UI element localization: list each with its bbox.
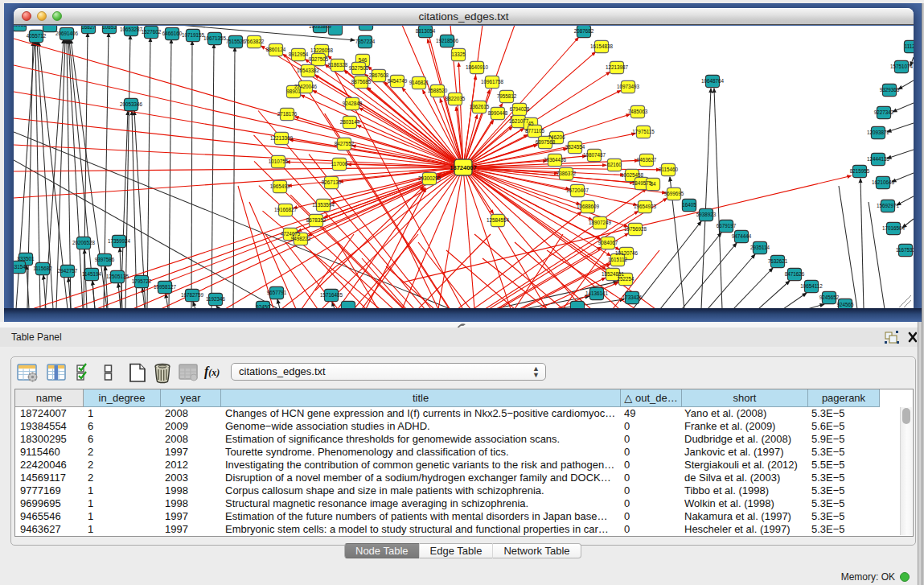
svg-text:7357224: 7357224 bbox=[355, 39, 376, 44]
svg-text:2867608: 2867608 bbox=[369, 72, 389, 78]
svg-text:1849575: 1849575 bbox=[632, 180, 652, 186]
svg-text:2942757: 2942757 bbox=[58, 268, 78, 274]
svg-text:924565: 924565 bbox=[836, 302, 854, 307]
svg-text:12505135: 12505135 bbox=[106, 274, 129, 279]
svg-text:8678352: 8678352 bbox=[306, 217, 326, 223]
svg-text:33154: 33154 bbox=[14, 264, 26, 270]
svg-text:29300295: 29300295 bbox=[418, 175, 441, 181]
svg-text:1965493: 1965493 bbox=[270, 183, 290, 189]
svg-text:12213369: 12213369 bbox=[270, 135, 294, 141]
svg-text:20206528: 20206528 bbox=[72, 240, 96, 245]
svg-text:10719155: 10719155 bbox=[182, 32, 205, 38]
svg-text:12213987: 12213987 bbox=[606, 64, 629, 70]
svg-text:10958127: 10958127 bbox=[154, 284, 177, 290]
svg-text:9084067: 9084067 bbox=[598, 240, 618, 245]
svg-text:13325: 13325 bbox=[451, 51, 466, 57]
svg-text:8912954: 8912954 bbox=[289, 51, 309, 57]
svg-text:12444135: 12444135 bbox=[867, 156, 890, 162]
svg-text:1588520: 1588520 bbox=[428, 88, 448, 93]
svg-text:1010755: 1010755 bbox=[269, 159, 289, 164]
svg-text:6679197: 6679197 bbox=[717, 223, 737, 229]
svg-text:8215955: 8215955 bbox=[850, 168, 870, 174]
svg-text:7955812: 7955812 bbox=[497, 93, 517, 99]
svg-text:9245652: 9245652 bbox=[819, 295, 840, 300]
svg-text:8813054: 8813054 bbox=[416, 28, 436, 34]
svg-text:19756928: 19756928 bbox=[624, 226, 647, 232]
svg-text:9115460: 9115460 bbox=[659, 167, 679, 172]
svg-text:15720407: 15720407 bbox=[566, 187, 589, 193]
svg-text:833501: 833501 bbox=[17, 256, 35, 262]
svg-text:15692971: 15692971 bbox=[877, 203, 900, 208]
svg-text:10973493: 10973493 bbox=[617, 84, 640, 89]
svg-text:20691406: 20691406 bbox=[55, 31, 79, 36]
svg-text:8471626: 8471626 bbox=[785, 271, 805, 277]
svg-text:1795722: 1795722 bbox=[132, 278, 152, 284]
svg-text:8267130: 8267130 bbox=[322, 179, 342, 185]
svg-text:10961758: 10961758 bbox=[481, 79, 504, 84]
svg-text:8771105: 8771105 bbox=[525, 128, 545, 134]
svg-text:10543382: 10543382 bbox=[297, 68, 320, 73]
svg-text:10671355: 10671355 bbox=[203, 35, 227, 41]
svg-text:6794028: 6794028 bbox=[510, 106, 530, 112]
svg-text:62160: 62160 bbox=[607, 162, 622, 167]
svg-text:19654923: 19654923 bbox=[634, 204, 657, 209]
svg-text:84: 84 bbox=[650, 181, 656, 187]
svg-text:20055: 20055 bbox=[14, 26, 27, 27]
svg-text:11120: 11120 bbox=[905, 43, 914, 49]
svg-text:9227342: 9227342 bbox=[874, 109, 894, 115]
svg-text:1115682: 1115682 bbox=[33, 266, 52, 271]
svg-text:17359924: 17359924 bbox=[108, 238, 131, 244]
svg-text:1615112: 1615112 bbox=[608, 257, 628, 262]
svg-text:8186328: 8186328 bbox=[328, 62, 348, 68]
svg-text:9397586: 9397586 bbox=[95, 257, 115, 262]
svg-text:10853: 10853 bbox=[102, 26, 117, 30]
svg-text:1167533: 1167533 bbox=[896, 247, 914, 253]
svg-text:20053346: 20053346 bbox=[120, 101, 143, 107]
svg-text:8427552: 8427552 bbox=[335, 141, 355, 146]
svg-text:9146821: 9146821 bbox=[409, 80, 429, 85]
svg-text:2803144: 2803144 bbox=[340, 119, 360, 125]
svg-text:14136141: 14136141 bbox=[585, 290, 609, 296]
svg-text:98901: 98901 bbox=[286, 89, 301, 94]
svg-text:13226058: 13226058 bbox=[310, 47, 334, 53]
svg-text:16782759: 16782759 bbox=[181, 292, 204, 298]
svg-text:7663822: 7663822 bbox=[244, 39, 265, 44]
svg-text:9699695: 9699695 bbox=[664, 191, 684, 196]
svg-text:5938923: 5938923 bbox=[696, 212, 717, 217]
svg-text:12093872: 12093872 bbox=[867, 130, 890, 135]
svg-text:1145194: 1145194 bbox=[82, 271, 102, 277]
svg-text:2718176: 2718176 bbox=[277, 111, 298, 117]
svg-text:45: 45 bbox=[528, 121, 534, 126]
svg-text:8860124: 8860124 bbox=[266, 47, 286, 52]
svg-text:9242848: 9242848 bbox=[343, 101, 363, 106]
svg-text:9474444: 9474444 bbox=[732, 233, 752, 239]
svg-text:10648764: 10648764 bbox=[701, 78, 725, 84]
svg-text:1733426: 1733426 bbox=[622, 295, 643, 300]
svg-text:10688609: 10688609 bbox=[577, 204, 600, 209]
svg-text:9498222: 9498222 bbox=[291, 236, 311, 241]
svg-text:1527602: 1527602 bbox=[142, 29, 162, 35]
svg-text:6897568: 6897568 bbox=[536, 139, 556, 145]
svg-text:15716485: 15716485 bbox=[320, 292, 343, 298]
svg-text:10807487: 10807487 bbox=[583, 152, 606, 158]
svg-text:8454749: 8454749 bbox=[388, 78, 408, 84]
svg-text:7632621: 7632621 bbox=[768, 258, 788, 264]
svg-text:18640910: 18640910 bbox=[466, 64, 489, 70]
svg-text:9657791: 9657791 bbox=[267, 290, 287, 295]
svg-text:17975115: 17975115 bbox=[632, 129, 655, 134]
svg-text:18907249: 18907249 bbox=[589, 220, 612, 225]
svg-text:252254: 252254 bbox=[617, 276, 634, 282]
svg-text:9327508: 9327508 bbox=[349, 65, 369, 71]
svg-text:18724007: 18724007 bbox=[450, 164, 476, 171]
svg-text:20364436: 20364436 bbox=[544, 157, 567, 163]
svg-text:1192346: 1192346 bbox=[206, 296, 226, 302]
svg-text:10120746: 10120746 bbox=[615, 250, 639, 256]
svg-text:2087682: 2087682 bbox=[574, 28, 594, 34]
svg-text:10653287: 10653287 bbox=[120, 27, 143, 32]
svg-text:1621077: 1621077 bbox=[509, 118, 529, 124]
svg-text:1362615: 1362615 bbox=[470, 104, 490, 109]
svg-text:16210643: 16210643 bbox=[872, 179, 895, 185]
svg-text:8875685: 8875685 bbox=[351, 79, 372, 84]
svg-text:9463627: 9463627 bbox=[637, 157, 657, 163]
svg-text:7485063: 7485063 bbox=[628, 109, 648, 114]
